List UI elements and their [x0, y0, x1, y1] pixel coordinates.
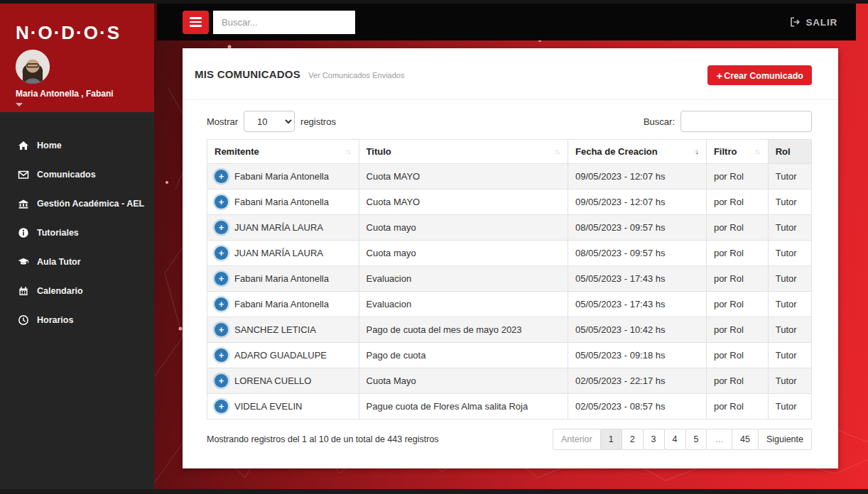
titulo-cell: Cuota Mayo: [359, 368, 568, 394]
sidebar-item-label: Home: [37, 141, 62, 150]
column-header[interactable]: Titulo: [359, 140, 568, 164]
expand-row-icon[interactable]: [215, 272, 228, 285]
rol-cell: Tutor: [768, 215, 811, 241]
user-name[interactable]: Maria Antonella , Fabani: [16, 89, 154, 99]
rol-cell: Tutor: [768, 190, 811, 215]
page-title: MIS COMUNICADOS: [195, 68, 300, 80]
pagination-page-button[interactable]: 1: [600, 429, 622, 450]
sidebar-item[interactable]: Aula Tutor: [0, 247, 154, 276]
table-controls: Mostrar 10 registros Buscar:: [207, 111, 812, 132]
create-comunicado-button[interactable]: Crear Comunicado: [707, 65, 812, 85]
remitente-cell: JUAN MARÍA LAURA: [234, 248, 323, 258]
sidebar-item-label: Comunicados: [37, 170, 96, 180]
pagination-next-button[interactable]: Siguiente: [758, 429, 812, 450]
titulo-cell: Evaluacion: [359, 266, 568, 292]
rol-cell: Tutor: [768, 343, 811, 368]
expand-row-icon[interactable]: [215, 297, 228, 311]
rol-cell: Tutor: [768, 394, 811, 419]
fecha-cell: 02/05/2023 - 08:57 hs: [568, 394, 707, 419]
clock-icon: [18, 314, 29, 326]
rol-cell: Tutor: [768, 368, 811, 394]
sidebar-item[interactable]: Calendario: [0, 276, 154, 305]
column-header: Rol: [768, 140, 811, 164]
remitente-cell: Fabani Maria Antonella: [234, 197, 329, 207]
table-search-control: Buscar:: [644, 111, 812, 132]
pagination: Anterior 1 2 3 4 5 …: [553, 429, 812, 450]
fecha-cell: 05/05/2023 - 10:42 hs: [568, 317, 707, 343]
table-search-label: Buscar:: [644, 116, 675, 127]
table-row: Fabani Maria Antonella Cuota MAYO 09/05/…: [207, 190, 812, 215]
filtro-cell: por Rol: [706, 241, 768, 266]
envelope-icon: [18, 169, 29, 180]
table-row: VIDELA EVELIN Pague cuota de Flores Alma…: [207, 394, 812, 419]
filtro-cell: por Rol: [706, 215, 768, 241]
filtro-cell: por Rol: [706, 343, 768, 368]
topbar-search-input[interactable]: [213, 11, 355, 34]
sidebar-profile-panel: N·O·D·O·S Maria Antonella , Fabani: [0, 4, 154, 112]
titulo-cell: Pago de cuota del mes de mayo 2023: [359, 317, 568, 343]
expand-row-icon[interactable]: [215, 246, 228, 260]
sidebar-item[interactable]: Home: [0, 131, 154, 160]
table-row: Fabani Maria Antonella Evaluacion 05/05/…: [207, 266, 812, 292]
expand-row-icon[interactable]: [215, 348, 228, 362]
fecha-cell: 09/05/2023 - 12:07 hs: [568, 164, 707, 190]
table-search-input[interactable]: [680, 111, 812, 132]
table-row: Fabani Maria Antonella Cuota MAYO 09/05/…: [207, 164, 812, 190]
expand-row-icon[interactable]: [215, 195, 228, 209]
grad-cap-icon: [18, 256, 29, 268]
pagination-page-button[interactable]: 45: [732, 429, 759, 450]
column-header[interactable]: Fecha de Creacion: [568, 140, 707, 164]
pagination-page-button[interactable]: 3: [643, 429, 665, 450]
remitente-cell: Fabani Maria Antonella: [234, 299, 329, 309]
user-menu-caret-icon[interactable]: [16, 103, 23, 106]
sidebar-item[interactable]: Horarios: [0, 305, 154, 334]
sidebar-item-label: Aula Tutor: [37, 257, 81, 267]
expand-row-icon[interactable]: [215, 221, 228, 234]
titulo-cell: Evaluacion: [359, 292, 568, 317]
sort-icon: [555, 147, 561, 155]
records-info: Mostrando registros del 1 al 10 de un to…: [207, 434, 439, 444]
hamburger-menu-button[interactable]: [183, 11, 209, 34]
pagination-page-button[interactable]: 4: [664, 429, 686, 450]
sidebar-item[interactable]: Tutoriales: [0, 218, 154, 247]
table-footer: Mostrando registros del 1 al 10 de un to…: [207, 429, 812, 450]
fecha-cell: 05/05/2023 - 09:18 hs: [568, 343, 707, 368]
sidebar-item[interactable]: Gestión Académica - AEL: [0, 189, 154, 218]
titulo-cell: Pague cuota de Flores Alma salita Roja: [359, 394, 568, 419]
ver-comunicados-enviados-link[interactable]: Ver Comunicados Enviados: [308, 71, 404, 79]
rol-cell: Tutor: [768, 317, 811, 343]
avatar[interactable]: [16, 50, 50, 84]
sort-icon: [754, 147, 761, 155]
expand-row-icon[interactable]: [215, 323, 228, 336]
filtro-cell: por Rol: [706, 292, 768, 317]
comunicados-card: MIS COMUNICADOS Ver Comunicados Enviados…: [183, 48, 838, 468]
expand-row-icon[interactable]: [215, 170, 228, 183]
card-header: MIS COMUNICADOS Ver Comunicados Enviados…: [183, 48, 838, 100]
table-row: LORENA CUELLO Cuota Mayo 02/05/2023 - 22…: [207, 368, 812, 394]
remitente-cell: JUAN MARÍA LAURA: [234, 222, 323, 233]
column-header-label: Titulo: [367, 146, 391, 157]
column-header-label: Fecha de Creacion: [575, 146, 658, 157]
nodos-logo[interactable]: N·O·D·O·S: [16, 22, 154, 44]
pagination-page-button[interactable]: 2: [622, 429, 644, 450]
fecha-cell: 08/05/2023 - 09:57 hs: [568, 215, 707, 241]
column-header[interactable]: Filtro: [706, 140, 768, 164]
sort-icon: [345, 147, 352, 155]
calendar-icon: [18, 285, 29, 297]
remitente-cell: VIDELA EVELIN: [234, 401, 302, 412]
pagination-page-button[interactable]: 5: [685, 429, 707, 450]
expand-row-icon[interactable]: [215, 374, 228, 388]
titulo-cell: Pago de cuota: [359, 343, 568, 368]
sidebar-item-label: Horarios: [37, 315, 73, 325]
table-row: JUAN MARÍA LAURA Cuota mayo 08/05/2023 -…: [207, 215, 812, 241]
rol-cell: Tutor: [768, 266, 811, 292]
remitente-cell: Fabani Maria Antonella: [234, 273, 329, 284]
expand-row-icon[interactable]: [215, 400, 228, 413]
filtro-cell: por Rol: [706, 266, 768, 292]
page-length-select[interactable]: 10: [244, 111, 295, 132]
column-header[interactable]: Remitente: [207, 140, 359, 164]
sidebar-item[interactable]: Comunicados: [0, 160, 154, 189]
table-row: JUAN MARÍA LAURA Cuota mayo 08/05/2023 -…: [207, 241, 812, 266]
logout-button[interactable]: SALIR: [789, 16, 838, 28]
logout-label: SALIR: [806, 17, 838, 28]
